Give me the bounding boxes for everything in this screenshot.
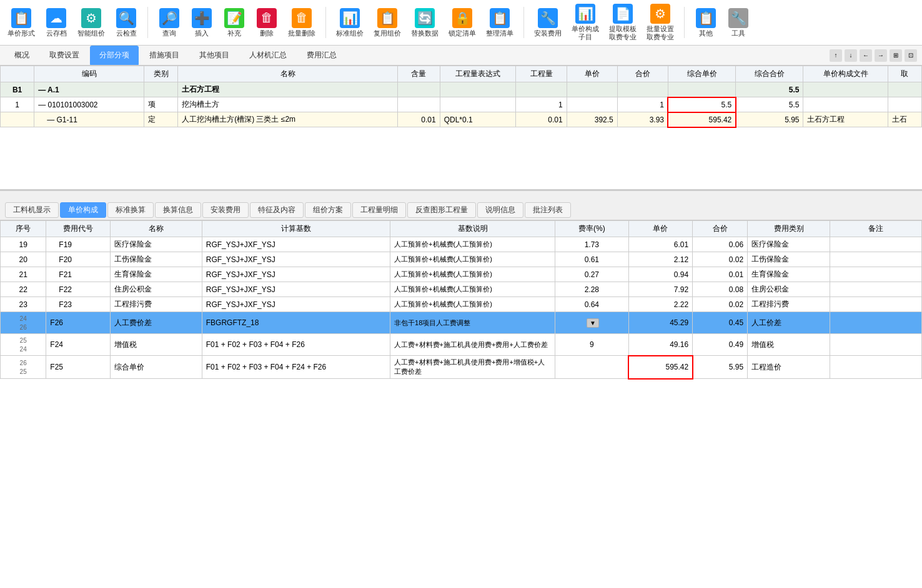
bcell-unit-price: 6.01 (628, 237, 693, 252)
bcell-seq: 22 (1, 282, 46, 297)
bcell-note (830, 297, 922, 312)
sub-tab-install-fee[interactable]: 安装费用 (202, 202, 249, 218)
bcell-note (830, 252, 922, 267)
table-row[interactable]: 2625F25综合单价F01 + F02 + F03 + F04 + F24 +… (1, 356, 922, 379)
tab-other-items[interactable]: 其他项目 (190, 46, 239, 65)
toolbar-batch-delete-label: 批量删除 (288, 29, 315, 37)
delete-icon: 🗑 (257, 8, 277, 28)
cell-formula (440, 97, 516, 112)
cell-comp-unit-highlight: 5.5 (668, 97, 735, 112)
tab-sub-items[interactable]: 分部分项 (90, 46, 139, 65)
table-row[interactable]: 2426F26人工费价差FBGRGFTZ_18非包干18项目人工费调整▼45.2… (1, 312, 922, 334)
bcell-base: RGF_YSJ+JXF_YSJ (202, 267, 390, 282)
cell-qu (888, 82, 921, 97)
toolbar-smart-combo[interactable]: ⚙ 智能组价 (75, 7, 107, 39)
bcell-total-price: 0.02 (693, 252, 748, 267)
cell-total-price: 1 (617, 97, 668, 112)
sub-tab-quantity-detail[interactable]: 工程量明细 (352, 202, 406, 218)
sub-tab-labor-machine[interactable]: 工料机显示 (5, 202, 59, 218)
bcell-base-desc: 人工预算价+机械费(人工预算价) (390, 297, 555, 312)
table-row[interactable]: — G1-11 定 人工挖沟槽土方(槽深) 三类土 ≤2m 0.01 QDL*0… (1, 112, 922, 127)
bcol-base-desc: 基数说明 (390, 221, 555, 237)
cell-file (803, 82, 888, 97)
toolbar-insert[interactable]: ➕ 插入 (188, 7, 216, 39)
nav-down-btn[interactable]: ↓ (845, 49, 857, 62)
toolbar-unit-makeup[interactable]: 📊 单价构成子目 (569, 2, 602, 42)
sub-tab-features[interactable]: 特征及内容 (250, 202, 304, 218)
bcell-base-desc: 人工费+材料费+施工机具使用费+费用+人工费价差 (390, 334, 555, 356)
tab-measures[interactable]: 措施项目 (140, 46, 189, 65)
bottom-grid-container[interactable]: 序号 费用代号 名称 计算基数 基数说明 费率(%) 单价 合价 费用类别 备注… (0, 220, 922, 588)
col-file: 单价构成文件 (803, 66, 888, 82)
toolbar-tools[interactable]: 🔧 工具 (725, 7, 752, 39)
toolbar-cloud-save[interactable]: ☁ 云存档 (42, 7, 70, 39)
toolbar-sort-list[interactable]: 📋 整理清单 (483, 7, 516, 39)
toolbar-sep-1 (147, 7, 148, 38)
table-row[interactable]: B1 — A.1 土石方工程 5.5 (1, 82, 922, 97)
bcol-fee-rate-label: 费率(%) (578, 224, 605, 233)
cell-comp-total: 5.95 (736, 112, 803, 127)
bcell-unit-price: 45.29 (628, 312, 693, 334)
bcell-fee-rate: 9 (555, 334, 628, 356)
toolbar-other[interactable]: 📋 其他 (692, 7, 720, 39)
sub-tab-notes[interactable]: 批注列表 (525, 202, 571, 218)
toolbar-extract-template[interactable]: 📄 提取模板取费专业 (607, 2, 639, 42)
table-row[interactable]: 21F21生育保险金RGF_YSJ+JXF_YSJ人工预算价+机械费(人工预算价… (1, 267, 922, 282)
toolbar-batch-set[interactable]: ⚙ 批量设置取费专业 (644, 2, 677, 42)
nav-up-btn[interactable]: ↑ (830, 49, 842, 62)
fee-rate-dropdown[interactable]: ▼ (587, 318, 599, 328)
nav-left-btn[interactable]: ← (860, 49, 872, 62)
bcell-seq: 20 (1, 252, 46, 267)
bcell-category: 人工价差 (748, 312, 830, 334)
toolbar-unit-form[interactable]: 📋 单价形式 (5, 7, 37, 39)
toolbar-cloud-check[interactable]: 🔍 云检查 (112, 7, 140, 39)
bottom-table: 序号 费用代号 名称 计算基数 基数说明 费率(%) 单价 合价 费用类别 备注… (0, 220, 922, 379)
toolbar-install-cost[interactable]: 🔧 安装费用 (532, 7, 564, 39)
toolbar-replace-data[interactable]: 🔄 替换数据 (409, 7, 441, 39)
nav-grid-btn[interactable]: ⊞ (890, 49, 902, 62)
bcell-category: 工程排污费 (748, 297, 830, 312)
toolbar-sort-list-label: 整理清单 (486, 29, 513, 37)
sub-tab-reverse-diagram[interactable]: 反查图形工程量 (407, 202, 476, 218)
toolbar-batch-delete[interactable]: 🗑 批量删除 (285, 7, 318, 39)
bcell-base-desc: 非包干18项目人工费调整 (390, 312, 555, 334)
bcell-note (830, 282, 922, 297)
tab-labor-summary[interactable]: 人材机汇总 (240, 46, 296, 65)
toolbar-fill[interactable]: 📝 补充 (221, 7, 248, 39)
cloud-save-icon: ☁ (46, 8, 66, 28)
bcell-code: F25 (46, 356, 111, 379)
nav-expand-btn[interactable]: ⊡ (905, 49, 917, 62)
toolbar-install-cost-label: 安装费用 (534, 29, 562, 37)
col-qu: 取 (888, 66, 921, 82)
bcell-seq: 2625 (1, 356, 46, 379)
toolbar-delete[interactable]: 🗑 删除 (253, 7, 280, 39)
table-row[interactable]: 20F20工伤保险金RGF_YSJ+JXF_YSJ人工预算价+机械费(人工预算价… (1, 252, 922, 267)
sub-tab-description[interactable]: 说明信息 (477, 202, 523, 218)
unit-form-icon: 📋 (11, 8, 31, 28)
tab-cost-summary[interactable]: 费用汇总 (297, 46, 346, 65)
cell-qu (888, 97, 921, 112)
nav-right-btn[interactable]: → (875, 49, 887, 62)
toolbar-standard-combo[interactable]: 📊 标准组价 (334, 7, 366, 39)
sub-tab-unit-makeup[interactable]: 单价构成 (60, 202, 106, 218)
bcell-unit-price: 2.12 (628, 252, 693, 267)
bcell-base-desc: 人工预算价+机械费(人工预算价) (390, 267, 555, 282)
install-cost-icon: 🔧 (538, 8, 558, 28)
top-scrollbar[interactable] (0, 190, 922, 200)
col-comp-unit: 综合单价 (668, 66, 735, 82)
toolbar-lock-list[interactable]: 🔒 锁定清单 (446, 7, 478, 39)
table-row[interactable]: 1 — 010101003002 项 挖沟槽土方 1 1 5.5 5.5 (1, 97, 922, 112)
tab-overview[interactable]: 概况 (5, 46, 39, 65)
sub-tab-combo-plan[interactable]: 组价方案 (305, 202, 351, 218)
table-row[interactable]: 22F22住房公积金RGF_YSJ+JXF_YSJ人工预算价+机械费(人工预算价… (1, 282, 922, 297)
table-row[interactable]: 23F23工程排污费RGF_YSJ+JXF_YSJ人工预算价+机械费(人工预算价… (1, 297, 922, 312)
sub-tab-calc-info[interactable]: 换算信息 (155, 202, 201, 218)
tab-fee-settings[interactable]: 取费设置 (40, 46, 89, 65)
table-row[interactable]: 19F19医疗保险金RGF_YSJ+JXF_YSJ人工预算价+机械费(人工预算价… (1, 237, 922, 252)
table-row[interactable]: 2524F24增值税F01 + F02 + F03 + F04 + F26人工费… (1, 334, 922, 356)
bcell-fee-rate[interactable]: ▼ (555, 312, 628, 334)
bcell-base: RGF_YSJ+JXF_YSJ (202, 237, 390, 252)
toolbar-copy-combo[interactable]: 📋 复用组价 (371, 7, 404, 39)
toolbar-query[interactable]: 🔎 查询 (156, 7, 183, 39)
sub-tab-standard-calc[interactable]: 标准换算 (107, 202, 154, 218)
